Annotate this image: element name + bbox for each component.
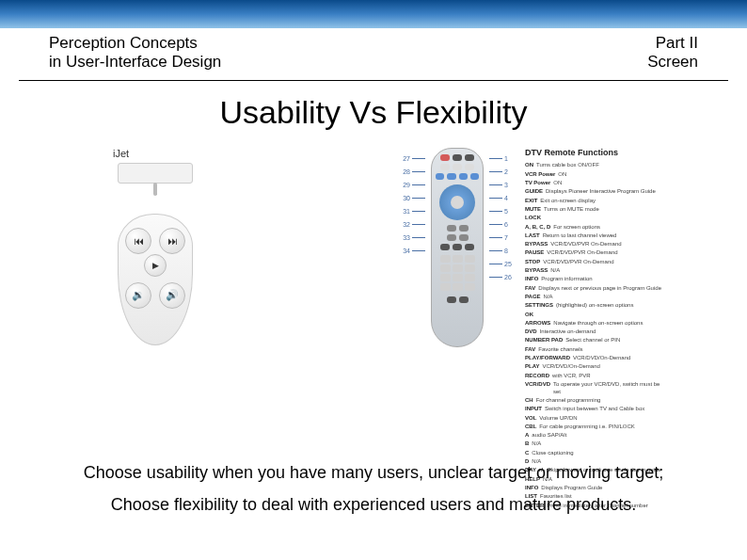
callout-label: 28 bbox=[403, 168, 425, 175]
callout-label: 7 bbox=[489, 234, 508, 241]
callout-label: 30 bbox=[403, 195, 425, 201]
header-right: Part II Screen bbox=[647, 34, 698, 72]
simple-remote-figure: iJet ⏮ ⏭ 🔉 🔊 ▶ bbox=[103, 148, 207, 345]
header-left-line1: Perception Concepts bbox=[49, 34, 221, 53]
dtv-function-item: INFOProgram information bbox=[525, 276, 666, 283]
bottom-text: Choose usability when you have many user… bbox=[0, 456, 747, 520]
dtv-function-item: INPUTSwitch input between TV and Cable b… bbox=[525, 406, 666, 413]
simple-remote-body: ⏮ ⏭ 🔉 🔊 ▶ bbox=[118, 214, 193, 345]
dtv-function-item: FAVFavorite channels bbox=[525, 346, 666, 354]
prev-track-button: ⏮ bbox=[125, 228, 151, 254]
dtv-function-item: PLAYVCR/DVD/On-Demand bbox=[525, 363, 666, 371]
callout-label: 2 bbox=[489, 168, 508, 175]
dtv-function-item: FAVDisplays next or previous page in Pro… bbox=[525, 285, 666, 293]
slide-top-gradient bbox=[0, 0, 747, 28]
callout-label: 25 bbox=[489, 261, 512, 267]
dtv-function-item: PAGEN/A bbox=[525, 294, 666, 301]
dtv-dpad bbox=[439, 184, 475, 220]
dtv-function-item: CBLFor cable programming i.e. PIN/LOCK bbox=[525, 424, 666, 431]
dtv-function-item: A, B, C, DFor screen options bbox=[525, 224, 666, 232]
callout-label: 29 bbox=[403, 182, 425, 188]
dtv-function-item: LASTReturn to last channel viewed bbox=[525, 232, 666, 240]
dtv-function-item: GUIDEDisplays Pioneer Interactive Progra… bbox=[525, 188, 666, 196]
left-callouts: 2728293031323334 bbox=[395, 148, 425, 254]
vol-up-button: 🔊 bbox=[159, 282, 185, 309]
ipod-dock-plug bbox=[118, 163, 193, 184]
bottom-line2: Choose flexibility to deal with experien… bbox=[19, 488, 728, 520]
callout-label: 27 bbox=[403, 155, 425, 162]
header-right-line2: Screen bbox=[647, 53, 698, 72]
dtv-function-item: TV PowerON bbox=[525, 180, 666, 187]
dtv-function-item: Aaudio SAP/Alt bbox=[525, 432, 666, 440]
dtv-function-item: OK bbox=[525, 312, 666, 319]
slide-header: Perception Concepts in User-Interface De… bbox=[19, 28, 728, 81]
slide-title: Usability Vs Flexibility bbox=[0, 94, 747, 131]
dtv-function-item: DVDInteractive on-demand bbox=[525, 328, 666, 336]
dtv-function-item: ONTurns cable box ON/OFF bbox=[525, 162, 666, 169]
callout-label: 33 bbox=[403, 234, 425, 241]
header-left: Perception Concepts in User-Interface De… bbox=[49, 34, 221, 72]
dtv-function-item: MUTETurns on MUTE mode bbox=[525, 206, 666, 214]
ijet-brand-label: iJet bbox=[113, 148, 129, 159]
dtv-function-item: NUMBER PADSelect channel or PIN bbox=[525, 337, 666, 344]
callout-label: 3 bbox=[489, 182, 508, 188]
dtv-numpad bbox=[440, 255, 475, 291]
dtv-function-item: STOPVCR/DVD/PVR On-Demand bbox=[525, 259, 666, 266]
dtv-function-item: SETTINGS(highlighted) on-screen options bbox=[525, 302, 666, 310]
dtv-function-item: CHFor channel programming bbox=[525, 397, 666, 405]
dtv-function-item: BYPASSN/A bbox=[525, 267, 666, 275]
dtv-function-item: EXITExit on-screen display bbox=[525, 198, 666, 205]
dtv-function-item: RECORDwith VCR, PVR bbox=[525, 373, 666, 380]
callout-label: 32 bbox=[403, 221, 425, 228]
callout-label: 1 bbox=[489, 155, 508, 162]
bottom-line1: Choose usability when you have many user… bbox=[19, 456, 728, 488]
dtv-function-item: LOCK bbox=[525, 215, 666, 222]
callout-label: 34 bbox=[403, 248, 425, 254]
dtv-remote-body bbox=[431, 148, 484, 347]
dtv-function-item: ARROWSNavigate through on-screen options bbox=[525, 320, 666, 328]
dtv-function-item: VCR PowerON bbox=[525, 171, 666, 179]
callout-label: 4 bbox=[489, 195, 508, 201]
callout-label: 5 bbox=[489, 208, 508, 215]
header-left-line2: in User-Interface Design bbox=[49, 53, 221, 72]
dtv-function-item: PAUSEVCR/DVD/PVR On-Demand bbox=[525, 249, 666, 257]
callout-label: 26 bbox=[489, 274, 512, 280]
dtv-functions-title: DTV Remote Functions bbox=[525, 148, 666, 159]
callout-label: 6 bbox=[489, 221, 508, 228]
dtv-function-item: VCR/DVDTo operate your VCR/DVD, switch m… bbox=[525, 381, 666, 396]
vol-down-button: 🔉 bbox=[125, 282, 151, 309]
callout-label: 31 bbox=[403, 208, 425, 215]
right-callouts: 123456782526 bbox=[489, 148, 519, 280]
dtv-function-item: PLAY/FORWARDVCR/DVD/On-Demand bbox=[525, 355, 666, 362]
header-right-line1: Part II bbox=[647, 34, 698, 53]
dtv-function-item: BYPASSVCR/DVD/PVR On-Demand bbox=[525, 241, 666, 248]
play-pause-button: ▶ bbox=[144, 254, 167, 277]
next-track-button: ⏭ bbox=[159, 228, 185, 254]
dtv-function-item: BN/A bbox=[525, 440, 666, 448]
dtv-function-item: VOLVolume UP/DN bbox=[525, 415, 666, 423]
callout-label: 8 bbox=[489, 248, 508, 254]
